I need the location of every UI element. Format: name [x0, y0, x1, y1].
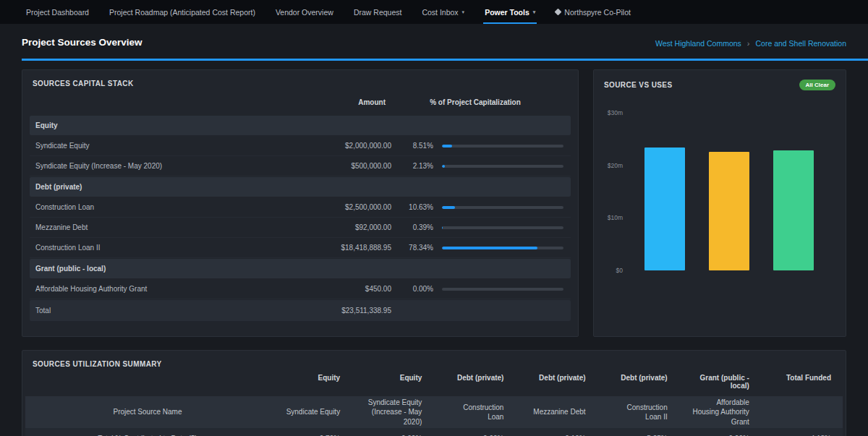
table-row: Construction Loan II$18,418,888.9578.34% [30, 238, 571, 258]
source-amount: $500,000.00 [283, 162, 391, 170]
pct-bar [442, 288, 563, 291]
column-header-amount: Amount [277, 98, 386, 106]
section-row-debt-private: Debt (private) [30, 177, 571, 197]
pct-bar [442, 145, 563, 148]
pct-cell: 2.13% [391, 162, 571, 170]
section-label: Debt (private) [30, 183, 571, 191]
top-cards-row: SOURCES CAPITAL STACK Amount % of Projec… [22, 69, 846, 337]
nav-item-project-roadmap-anticipated-cost-report[interactable]: Project Roadmap (Anticipated Cost Report… [99, 0, 265, 24]
section-label: Equity [30, 121, 571, 129]
header-divider [22, 59, 868, 61]
total-pct-cell: 0.00% [679, 428, 761, 436]
pct-bar [442, 247, 563, 249]
pct-value: 10.63% [391, 203, 433, 211]
breadcrumb-phase[interactable]: Core and Shell Renovation [756, 39, 847, 48]
source-vs-uses-title: SOURCE VS USES [604, 81, 673, 89]
pct-value: 8.51% [391, 142, 433, 150]
source-vs-uses-card: SOURCE VS USES All Clear $30m$20m$10m$0 [593, 69, 846, 337]
source-vs-uses-header: SOURCE VS USES All Clear [594, 70, 846, 98]
breadcrumb-separator-icon: › [747, 39, 750, 48]
chart-y-axis: $30m$20m$10m$0 [603, 113, 629, 270]
nav-item-northspyre-co-pilot[interactable]: Northspyre Co-Pilot [545, 0, 641, 24]
copilot-icon [555, 9, 562, 16]
pct-cell: 8.51% [391, 142, 571, 150]
total-pct-cell: 4.18% [761, 428, 843, 436]
nav-item-power-tools[interactable]: Power Tools▾ [475, 0, 545, 24]
source-amount: $2,500,000.00 [283, 203, 391, 211]
column-header-pct: % of Project Capitalization [386, 98, 565, 106]
total-row-label: Total % Contributed to Date ($) [25, 428, 270, 436]
y-axis-tick: $0 [616, 267, 623, 274]
column-source-name: Affordable Housing Authority Grant [679, 396, 761, 428]
total-pct-cell: 0.79% [270, 428, 352, 436]
nav-item-label: Project Dashboard [26, 8, 89, 17]
y-axis-tick: $20m [608, 162, 623, 169]
pct-cell: 0.39% [391, 223, 571, 231]
pct-value: 78.34% [391, 244, 433, 252]
chart-bar [644, 148, 685, 270]
pct-bar [442, 165, 563, 168]
top-nav: Project DashboardProject Roadmap (Antici… [0, 0, 868, 24]
table-row: Affordable Housing Authority Grant$450.0… [30, 279, 571, 299]
nav-item-vendor-overview[interactable]: Vendor Overview [265, 0, 344, 24]
total-row: Total$23,511,338.95 [30, 300, 571, 321]
source-name: Syndicate Equity [30, 142, 283, 150]
column-group-debt-private: Debt (private) [515, 374, 597, 396]
table-row: Mezzanine Debt$92,000.000.39% [30, 218, 571, 238]
column-source-name: Construction Loan [433, 396, 515, 428]
table-row: Construction Loan$2,500,000.0010.63% [30, 197, 571, 218]
table-row: Syndicate Equity (Increase - May 2020)$5… [30, 156, 571, 176]
nav-item-project-dashboard[interactable]: Project Dashboard [16, 0, 99, 24]
total-pct-cell: 5.25% [597, 428, 679, 436]
status-badge: All Clear [799, 80, 835, 90]
source-amount: $18,418,888.95 [283, 244, 391, 252]
source-name: Mezzanine Debt [30, 223, 283, 231]
chevron-down-icon: ▾ [462, 9, 465, 15]
pct-value: 0.00% [391, 285, 433, 293]
row-header-label: Project Source Name [25, 396, 270, 428]
section-row-grant-public-local: Grant (public - local) [30, 259, 571, 278]
column-group-debt-private: Debt (private) [433, 374, 515, 396]
source-name: Construction Loan [30, 203, 283, 211]
chart-bar [773, 150, 814, 270]
breadcrumb-project[interactable]: West Highland Commons [655, 39, 741, 48]
pct-cell: 10.63% [391, 203, 571, 211]
nav-item-label: Cost Inbox [422, 8, 458, 17]
sources-utilization-card: SOURCES UTILIZATION SUMMARY EquityEquity… [22, 350, 846, 436]
pct-value: 0.39% [391, 223, 433, 231]
column-source-name: Syndicate Equity (Increase - May 2020) [352, 396, 433, 428]
chart-bar [709, 152, 749, 270]
table-row: Syndicate Equity$2,000,000.008.51% [30, 136, 571, 156]
y-axis-tick: $30m [608, 109, 623, 116]
nav-item-draw-request[interactable]: Draw Request [344, 0, 412, 24]
pct-bar-fill [442, 145, 452, 148]
breadcrumb: West Highland Commons › Core and Shell R… [655, 39, 846, 48]
total-pct-cell: 0.16% [515, 428, 597, 436]
capital-stack-title: SOURCES CAPITAL STACK [33, 80, 134, 87]
capital-stack-header: SOURCES CAPITAL STACK [22, 70, 578, 95]
source-name: Total [30, 307, 283, 315]
column-source-name [761, 396, 843, 428]
section-row-equity: Equity [30, 116, 571, 135]
column-source-name: Construction Loan II [597, 396, 679, 428]
pct-bar-fill [442, 247, 537, 249]
pct-bar [442, 226, 563, 229]
source-name: Syndicate Equity (Increase - May 2020) [30, 162, 283, 170]
nav-item-cost-inbox[interactable]: Cost Inbox▾ [412, 0, 475, 24]
source-amount: $450.00 [283, 285, 391, 293]
column-group-equity: Equity [352, 374, 433, 396]
chart-bars [629, 113, 830, 270]
column-group-total-funded: Total Funded [761, 374, 843, 396]
column-source-name: Syndicate Equity [270, 396, 352, 428]
sources-capital-stack-card: SOURCES CAPITAL STACK Amount % of Projec… [22, 69, 579, 337]
source-name: Affordable Housing Authority Grant [30, 285, 283, 293]
pct-bar-fill [442, 206, 455, 209]
total-pct-cell: 0.00% [433, 428, 515, 436]
source-amount: $2,000,000.00 [283, 142, 391, 150]
column-group-equity: Equity [270, 374, 352, 396]
total-pct-cell: 0.00% [352, 428, 433, 436]
page-title: Project Sources Overview [22, 37, 142, 48]
pct-bar-fill [442, 226, 443, 229]
pct-cell: 78.34% [391, 244, 571, 252]
pct-value: 2.13% [391, 162, 433, 170]
